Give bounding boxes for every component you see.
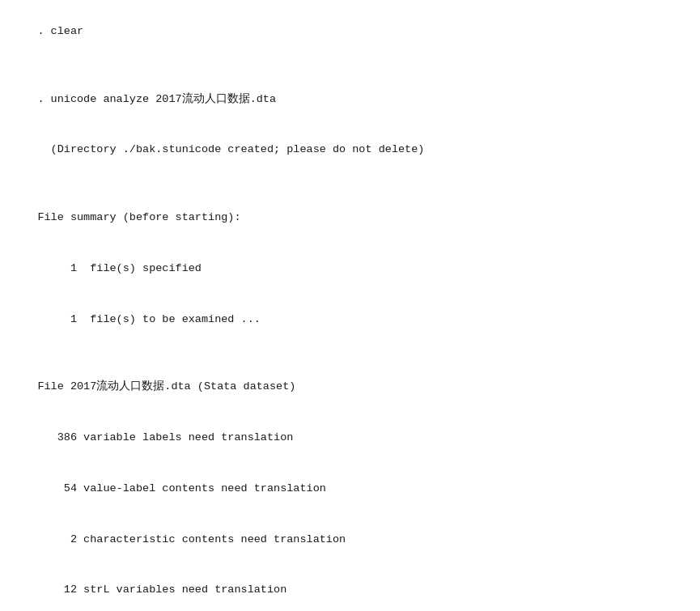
cmd-clear-line: . clear xyxy=(11,6,689,57)
terminal-output: . clear . unicode analyze 2017流动人口数据.dta… xyxy=(11,6,689,611)
file-summary-header-text: File summary (before starting): xyxy=(37,211,240,223)
file-summary-header-line: File summary (before starting): xyxy=(11,193,689,244)
file-count1-line: 1 file(s) specified xyxy=(11,244,689,295)
file-dta-line: File 2017流动人口数据.dta (Stata dataset) xyxy=(11,362,689,413)
char-contents-text: 2 characteristic contents need translati… xyxy=(37,533,346,545)
spacer-1 xyxy=(11,57,689,74)
cmd-unicode-line: . unicode analyze 2017流动人口数据.dta xyxy=(11,74,689,125)
file-count1-text: 1 file(s) specified xyxy=(37,262,202,274)
value-labels-text: 54 value-label contents need translation xyxy=(37,482,325,494)
file-count2-text: 1 file(s) to be examined ... xyxy=(37,313,260,325)
value-labels-line: 54 value-label contents need translation xyxy=(11,464,689,515)
spacer-3 xyxy=(11,345,689,362)
dir-created-text: (Directory ./bak.stunicode created; plea… xyxy=(37,143,424,155)
strl-vars-line: 12 strL variables need translation xyxy=(11,565,689,611)
var-labels-text: 386 variable labels need translation xyxy=(37,431,293,443)
cmd-clear-text: . clear xyxy=(37,25,83,37)
char-contents-line: 2 characteristic contents need translati… xyxy=(11,515,689,566)
spacer-2 xyxy=(11,176,689,193)
var-labels-line: 386 variable labels need translation xyxy=(11,413,689,464)
dir-created-line: (Directory ./bak.stunicode created; plea… xyxy=(11,125,689,176)
strl-vars-text: 12 strL variables need translation xyxy=(37,583,286,596)
file-dta-text: File 2017流动人口数据.dta (Stata dataset) xyxy=(37,380,295,392)
cmd-unicode-text: . unicode analyze 2017流动人口数据.dta xyxy=(37,93,276,105)
file-count2-line: 1 file(s) to be examined ... xyxy=(11,295,689,346)
